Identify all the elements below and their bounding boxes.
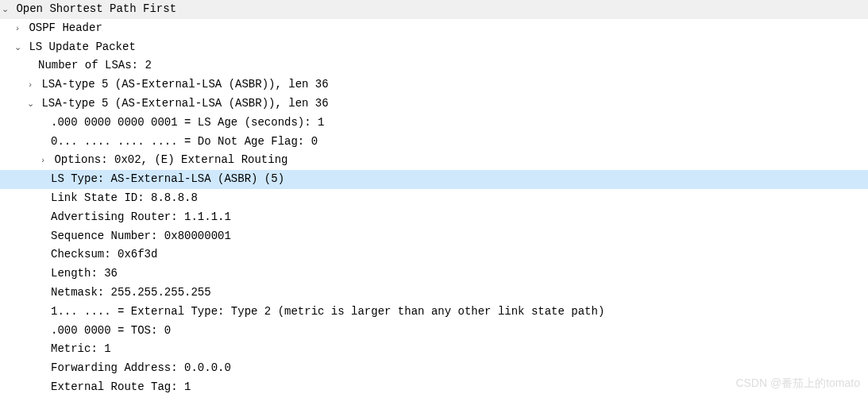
ls-age-text: .000 0000 0000 0001 = LS Age (seconds): … [51, 116, 324, 129]
ls-update-row[interactable]: ⌄ LS Update Packet [0, 38, 868, 57]
options-text: Options: 0x02, (E) External Routing [54, 153, 287, 166]
chevron-right-icon[interactable]: › [25, 77, 35, 92]
ls-type-row[interactable]: LS Type: AS-External-LSA (ASBR) (5) [0, 170, 868, 189]
adv-router-text: Advertising Router: 1.1.1.1 [51, 210, 231, 223]
num-lsas-text: Number of LSAs: 2 [38, 59, 152, 71]
chevron-right-icon[interactable]: › [38, 153, 48, 168]
metric-row[interactable]: Metric: 1 [0, 340, 868, 359]
tos-text: .000 0000 = TOS: 0 [51, 324, 171, 337]
lsa2-label: LSA-type 5 (AS-External-LSA (ASBR)), len… [41, 97, 328, 110]
fwd-addr-row[interactable]: Forwarding Address: 0.0.0.0 [0, 359, 868, 378]
seq-num-text: Sequence Number: 0x80000001 [51, 230, 231, 242]
lsa1-row[interactable]: › LSA-type 5 (AS-External-LSA (ASBR)), l… [0, 75, 868, 95]
protocol-label: Open Shortest Path First [16, 2, 176, 15]
link-state-id-text: Link State ID: 8.8.8.8 [51, 191, 198, 204]
chevron-right-icon[interactable]: › [13, 21, 22, 36]
tos-row[interactable]: .000 0000 = TOS: 0 [0, 322, 868, 341]
num-lsas-row[interactable]: Number of LSAs: 2 [0, 56, 868, 75]
options-row[interactable]: › Options: 0x02, (E) External Routing [0, 151, 868, 170]
protocol-row[interactable]: ⌄ Open Shortest Path First [0, 0, 868, 19]
chevron-down-icon[interactable]: ⌄ [0, 2, 10, 17]
seq-num-row[interactable]: Sequence Number: 0x80000001 [0, 227, 868, 246]
do-not-age-text: 0... .... .... .... = Do Not Age Flag: 0 [51, 135, 318, 148]
ospf-header-label: OSPF Header [29, 21, 102, 34]
length-text: Length: 36 [51, 267, 118, 280]
length-row[interactable]: Length: 36 [0, 264, 868, 284]
fwd-addr-text: Forwarding Address: 0.0.0.0 [51, 361, 231, 374]
do-not-age-row[interactable]: 0... .... .... .... = Do Not Age Flag: 0 [0, 133, 868, 152]
ls-age-row[interactable]: .000 0000 0000 0001 = LS Age (seconds): … [0, 114, 868, 133]
ospf-header-row[interactable]: › OSPF Header [0, 19, 868, 38]
netmask-row[interactable]: Netmask: 255.255.255.255 [0, 284, 868, 303]
metric-text: Metric: 1 [51, 342, 111, 355]
ext-type-text: 1... .... = External Type: Type 2 (metri… [51, 305, 604, 318]
lsa2-row[interactable]: ⌄ LSA-type 5 (AS-External-LSA (ASBR)), l… [0, 95, 868, 114]
ext-route-tag-row[interactable]: External Route Tag: 1 [0, 378, 868, 397]
adv-router-row[interactable]: Advertising Router: 1.1.1.1 [0, 208, 868, 227]
ext-route-tag-text: External Route Tag: 1 [51, 380, 191, 393]
lsa1-label: LSA-type 5 (AS-External-LSA (ASBR)), len… [41, 78, 328, 91]
ext-type-row[interactable]: 1... .... = External Type: Type 2 (metri… [0, 303, 868, 322]
ls-update-label: LS Update Packet [29, 41, 135, 53]
checksum-text: Checksum: 0x6f3d [51, 248, 157, 261]
chevron-down-icon[interactable]: ⌄ [25, 96, 35, 111]
checksum-row[interactable]: Checksum: 0x6f3d [0, 245, 868, 264]
ls-type-text: LS Type: AS-External-LSA (ASBR) (5) [51, 172, 284, 185]
link-state-id-row[interactable]: Link State ID: 8.8.8.8 [0, 189, 868, 208]
netmask-text: Netmask: 255.255.255.255 [51, 286, 211, 299]
chevron-down-icon[interactable]: ⌄ [13, 40, 22, 55]
